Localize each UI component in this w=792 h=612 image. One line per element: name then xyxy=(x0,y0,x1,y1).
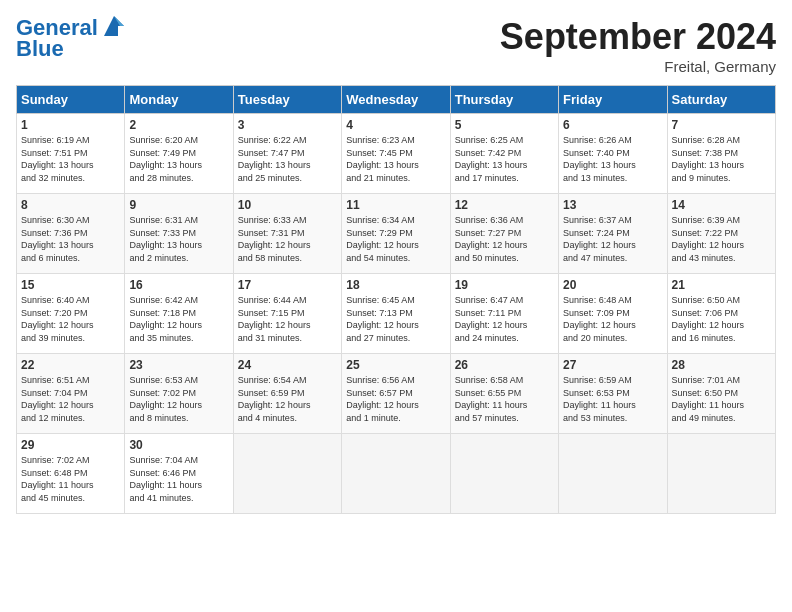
day-info: Sunrise: 6:25 AM Sunset: 7:42 PM Dayligh… xyxy=(455,134,554,184)
calendar-week-1: 1Sunrise: 6:19 AM Sunset: 7:51 PM Daylig… xyxy=(17,114,776,194)
day-info: Sunrise: 6:44 AM Sunset: 7:15 PM Dayligh… xyxy=(238,294,337,344)
calendar-week-3: 15Sunrise: 6:40 AM Sunset: 7:20 PM Dayli… xyxy=(17,274,776,354)
col-header-monday: Monday xyxy=(125,86,233,114)
day-info: Sunrise: 6:20 AM Sunset: 7:49 PM Dayligh… xyxy=(129,134,228,184)
month-title: September 2024 xyxy=(500,16,776,58)
calendar-cell: 21Sunrise: 6:50 AM Sunset: 7:06 PM Dayli… xyxy=(667,274,775,354)
calendar-cell: 10Sunrise: 6:33 AM Sunset: 7:31 PM Dayli… xyxy=(233,194,341,274)
day-number: 26 xyxy=(455,358,554,372)
calendar-header-row: SundayMondayTuesdayWednesdayThursdayFrid… xyxy=(17,86,776,114)
calendar-cell xyxy=(450,434,558,514)
day-info: Sunrise: 6:48 AM Sunset: 7:09 PM Dayligh… xyxy=(563,294,662,344)
day-number: 25 xyxy=(346,358,445,372)
logo: General Blue xyxy=(16,16,128,62)
calendar-cell: 23Sunrise: 6:53 AM Sunset: 7:02 PM Dayli… xyxy=(125,354,233,434)
day-info: Sunrise: 6:19 AM Sunset: 7:51 PM Dayligh… xyxy=(21,134,120,184)
day-number: 17 xyxy=(238,278,337,292)
day-number: 11 xyxy=(346,198,445,212)
calendar-cell: 20Sunrise: 6:48 AM Sunset: 7:09 PM Dayli… xyxy=(559,274,667,354)
calendar-cell: 6Sunrise: 6:26 AM Sunset: 7:40 PM Daylig… xyxy=(559,114,667,194)
calendar-cell: 11Sunrise: 6:34 AM Sunset: 7:29 PM Dayli… xyxy=(342,194,450,274)
calendar-cell: 30Sunrise: 7:04 AM Sunset: 6:46 PM Dayli… xyxy=(125,434,233,514)
day-number: 23 xyxy=(129,358,228,372)
day-info: Sunrise: 6:26 AM Sunset: 7:40 PM Dayligh… xyxy=(563,134,662,184)
day-number: 24 xyxy=(238,358,337,372)
calendar-week-2: 8Sunrise: 6:30 AM Sunset: 7:36 PM Daylig… xyxy=(17,194,776,274)
day-info: Sunrise: 6:34 AM Sunset: 7:29 PM Dayligh… xyxy=(346,214,445,264)
logo-icon xyxy=(100,12,128,40)
day-info: Sunrise: 6:39 AM Sunset: 7:22 PM Dayligh… xyxy=(672,214,771,264)
day-info: Sunrise: 6:59 AM Sunset: 6:53 PM Dayligh… xyxy=(563,374,662,424)
calendar-cell xyxy=(233,434,341,514)
calendar-cell: 2Sunrise: 6:20 AM Sunset: 7:49 PM Daylig… xyxy=(125,114,233,194)
page-container: General Blue September 2024 Freital, Ger… xyxy=(0,0,792,522)
calendar-cell: 17Sunrise: 6:44 AM Sunset: 7:15 PM Dayli… xyxy=(233,274,341,354)
day-number: 22 xyxy=(21,358,120,372)
day-info: Sunrise: 7:02 AM Sunset: 6:48 PM Dayligh… xyxy=(21,454,120,504)
day-info: Sunrise: 6:47 AM Sunset: 7:11 PM Dayligh… xyxy=(455,294,554,344)
day-number: 16 xyxy=(129,278,228,292)
day-number: 20 xyxy=(563,278,662,292)
calendar-cell: 4Sunrise: 6:23 AM Sunset: 7:45 PM Daylig… xyxy=(342,114,450,194)
day-number: 27 xyxy=(563,358,662,372)
day-info: Sunrise: 7:01 AM Sunset: 6:50 PM Dayligh… xyxy=(672,374,771,424)
day-info: Sunrise: 6:31 AM Sunset: 7:33 PM Dayligh… xyxy=(129,214,228,264)
col-header-friday: Friday xyxy=(559,86,667,114)
calendar-week-5: 29Sunrise: 7:02 AM Sunset: 6:48 PM Dayli… xyxy=(17,434,776,514)
calendar-cell: 15Sunrise: 6:40 AM Sunset: 7:20 PM Dayli… xyxy=(17,274,125,354)
day-number: 7 xyxy=(672,118,771,132)
day-info: Sunrise: 6:58 AM Sunset: 6:55 PM Dayligh… xyxy=(455,374,554,424)
calendar-week-4: 22Sunrise: 6:51 AM Sunset: 7:04 PM Dayli… xyxy=(17,354,776,434)
day-number: 9 xyxy=(129,198,228,212)
col-header-sunday: Sunday xyxy=(17,86,125,114)
calendar-cell: 26Sunrise: 6:58 AM Sunset: 6:55 PM Dayli… xyxy=(450,354,558,434)
day-info: Sunrise: 6:53 AM Sunset: 7:02 PM Dayligh… xyxy=(129,374,228,424)
calendar-cell: 24Sunrise: 6:54 AM Sunset: 6:59 PM Dayli… xyxy=(233,354,341,434)
day-number: 6 xyxy=(563,118,662,132)
day-info: Sunrise: 6:45 AM Sunset: 7:13 PM Dayligh… xyxy=(346,294,445,344)
calendar-cell: 5Sunrise: 6:25 AM Sunset: 7:42 PM Daylig… xyxy=(450,114,558,194)
day-number: 2 xyxy=(129,118,228,132)
calendar-cell xyxy=(559,434,667,514)
calendar-cell: 13Sunrise: 6:37 AM Sunset: 7:24 PM Dayli… xyxy=(559,194,667,274)
calendar-cell: 9Sunrise: 6:31 AM Sunset: 7:33 PM Daylig… xyxy=(125,194,233,274)
calendar-cell: 22Sunrise: 6:51 AM Sunset: 7:04 PM Dayli… xyxy=(17,354,125,434)
calendar-cell: 28Sunrise: 7:01 AM Sunset: 6:50 PM Dayli… xyxy=(667,354,775,434)
day-info: Sunrise: 6:36 AM Sunset: 7:27 PM Dayligh… xyxy=(455,214,554,264)
day-info: Sunrise: 6:40 AM Sunset: 7:20 PM Dayligh… xyxy=(21,294,120,344)
day-number: 13 xyxy=(563,198,662,212)
day-info: Sunrise: 6:51 AM Sunset: 7:04 PM Dayligh… xyxy=(21,374,120,424)
header: General Blue September 2024 Freital, Ger… xyxy=(16,16,776,75)
day-info: Sunrise: 6:37 AM Sunset: 7:24 PM Dayligh… xyxy=(563,214,662,264)
day-info: Sunrise: 6:23 AM Sunset: 7:45 PM Dayligh… xyxy=(346,134,445,184)
day-info: Sunrise: 6:50 AM Sunset: 7:06 PM Dayligh… xyxy=(672,294,771,344)
calendar-cell: 1Sunrise: 6:19 AM Sunset: 7:51 PM Daylig… xyxy=(17,114,125,194)
day-info: Sunrise: 6:54 AM Sunset: 6:59 PM Dayligh… xyxy=(238,374,337,424)
col-header-thursday: Thursday xyxy=(450,86,558,114)
day-number: 4 xyxy=(346,118,445,132)
calendar-table: SundayMondayTuesdayWednesdayThursdayFrid… xyxy=(16,85,776,514)
calendar-body: 1Sunrise: 6:19 AM Sunset: 7:51 PM Daylig… xyxy=(17,114,776,514)
day-number: 30 xyxy=(129,438,228,452)
day-info: Sunrise: 6:28 AM Sunset: 7:38 PM Dayligh… xyxy=(672,134,771,184)
calendar-cell: 14Sunrise: 6:39 AM Sunset: 7:22 PM Dayli… xyxy=(667,194,775,274)
day-info: Sunrise: 6:42 AM Sunset: 7:18 PM Dayligh… xyxy=(129,294,228,344)
calendar-cell: 29Sunrise: 7:02 AM Sunset: 6:48 PM Dayli… xyxy=(17,434,125,514)
col-header-tuesday: Tuesday xyxy=(233,86,341,114)
calendar-cell: 8Sunrise: 6:30 AM Sunset: 7:36 PM Daylig… xyxy=(17,194,125,274)
day-number: 28 xyxy=(672,358,771,372)
title-block: September 2024 Freital, Germany xyxy=(500,16,776,75)
day-info: Sunrise: 7:04 AM Sunset: 6:46 PM Dayligh… xyxy=(129,454,228,504)
day-number: 29 xyxy=(21,438,120,452)
day-number: 5 xyxy=(455,118,554,132)
calendar-cell xyxy=(667,434,775,514)
day-number: 21 xyxy=(672,278,771,292)
calendar-cell: 16Sunrise: 6:42 AM Sunset: 7:18 PM Dayli… xyxy=(125,274,233,354)
calendar-cell: 18Sunrise: 6:45 AM Sunset: 7:13 PM Dayli… xyxy=(342,274,450,354)
day-number: 14 xyxy=(672,198,771,212)
day-number: 19 xyxy=(455,278,554,292)
location-subtitle: Freital, Germany xyxy=(500,58,776,75)
col-header-saturday: Saturday xyxy=(667,86,775,114)
calendar-cell: 12Sunrise: 6:36 AM Sunset: 7:27 PM Dayli… xyxy=(450,194,558,274)
day-number: 8 xyxy=(21,198,120,212)
